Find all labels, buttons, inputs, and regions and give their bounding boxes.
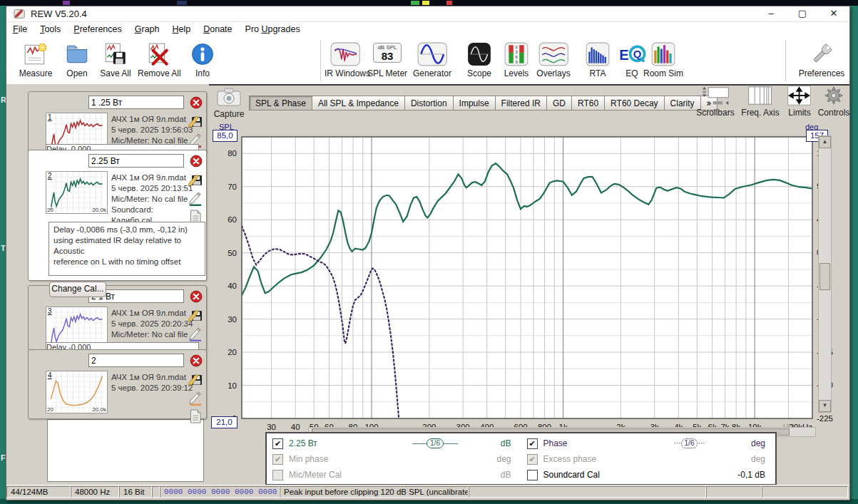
graph-button-controls[interactable]: Controls (815, 85, 852, 118)
toolbar-button-generator[interactable]: Generator (412, 41, 453, 78)
toolbar-button-scope[interactable]: Scope (459, 41, 500, 78)
save-measurement-icon[interactable] (188, 307, 203, 326)
toolbar-button-remove-all[interactable]: Remove All (138, 41, 179, 78)
toolbar-divider (785, 40, 786, 81)
graph-button-scrollbars[interactable]: Scrollbars (693, 85, 738, 118)
legend-checkbox-min-phase[interactable]: ✔ (272, 454, 283, 465)
graph-button-freq-axis[interactable]: Freq. Axis (738, 85, 782, 118)
legend-checkbox-soundcard-cal[interactable] (527, 470, 538, 480)
close-button[interactable]: ✕ (818, 6, 849, 21)
toolbar-button-open[interactable]: Open (56, 41, 98, 78)
delete-measurement-button[interactable] (190, 290, 203, 303)
taskbar-fragment (446, 1, 452, 5)
graph-tabs: SPL & PhaseAll SPL & ImpedanceDistortion… (249, 96, 717, 110)
measurement-thumbnail[interactable]: 22020,0k (46, 171, 108, 214)
toolbar-divider (320, 40, 321, 81)
toolbar-button-measure[interactable]: Measure (15, 41, 56, 78)
limits-icon (786, 96, 812, 108)
tab-impulse[interactable]: Impulse (453, 96, 496, 110)
measurement-number: 1 (48, 113, 52, 121)
measurement-name-input[interactable] (88, 154, 184, 168)
toolbar-button-overlays[interactable]: Overlays (533, 41, 574, 78)
thumb-axis-min: 20 (47, 406, 53, 413)
legend-row-soundcard-cal: Soundcard Cal-0,1 dB (521, 467, 776, 483)
menu-item-graph[interactable]: Graph (128, 22, 166, 34)
smoothing-badge[interactable]: 1/6 (427, 438, 444, 448)
scroll-down-icon[interactable]: ▼ (819, 400, 831, 412)
taskbar-fragment (411, 1, 419, 5)
measurement-actions (188, 172, 203, 227)
toolbar-button-info[interactable]: Info (182, 41, 223, 78)
toolbar-button-spl-meter[interactable]: dB SPL83SPL Meter (367, 41, 408, 78)
measurement-thumbnail[interactable]: 42020,0k (46, 371, 108, 413)
delete-measurement-button[interactable] (190, 354, 203, 367)
tab-gd[interactable]: GD (546, 96, 572, 110)
tab-spl-phase[interactable]: SPL & Phase (249, 96, 312, 110)
spl-meter-icon: dB SPL83 (367, 41, 408, 68)
measurement-number: 2 (48, 172, 52, 180)
legend-checkbox-2-25-вт[interactable]: ✔ (272, 438, 283, 449)
measurement-panel-1[interactable]: 12020,0kАЧХ 1м ОЯ 9л.mdat5 черв. 2025 19… (28, 91, 207, 153)
freq-axis-min-input[interactable]: 21,0 (211, 416, 238, 428)
scroll-up-icon[interactable]: ▲ (819, 136, 831, 148)
toolbar-button-levels[interactable]: 0369Levels (496, 41, 537, 78)
status-cell-4: 0000 0000 0000 0000 0000 0000 (160, 486, 280, 498)
capture-button[interactable]: Capture (213, 86, 245, 119)
desktop-text-fragment: T (1, 244, 6, 252)
svg-text:3: 3 (515, 50, 517, 54)
vertical-scroll-thumb[interactable] (819, 263, 830, 290)
toolbar-button-ir-windows[interactable]: IR Windows (325, 41, 366, 78)
delete-measurement-button[interactable] (190, 96, 203, 109)
tab-all-spl-impedance[interactable]: All SPL & Impedance (312, 96, 405, 110)
tab-rt60-decay[interactable]: RT60 Decay (604, 96, 664, 110)
title-bar[interactable]: REW V5.20.4 – ▢ ✕ (6, 6, 849, 22)
save-measurement-icon[interactable] (188, 113, 203, 132)
measurement-name-input[interactable] (88, 96, 184, 109)
toolbar-button-label: Measure (15, 68, 56, 78)
measurement-info-line: 5 черв. 2025 19:56:03 (111, 125, 195, 135)
measurement-panel-2[interactable]: 22020,0kАЧХ 1м ОЯ 9л.mdat5 черв. 2025 20… (28, 150, 207, 281)
tab-distortion[interactable]: Distortion (404, 96, 454, 110)
measurement-notes-box[interactable] (47, 419, 204, 482)
left-axis-max-input[interactable]: 85,0 (213, 130, 238, 142)
legend-checkbox-phase[interactable]: ✔ (527, 438, 538, 449)
tab-rt60[interactable]: RT60 (571, 96, 605, 110)
toolbar-button-preferences[interactable]: Preferences (797, 41, 847, 78)
scrollbars-icon (700, 96, 730, 108)
menu-item-preferences[interactable]: Preferences (67, 22, 128, 34)
svg-text:70: 70 (228, 182, 237, 191)
change-cal-button[interactable]: Change Cal... (49, 282, 106, 297)
graph-button-limits[interactable]: Limits (781, 85, 818, 118)
legend-checkbox-mic-meter-cal[interactable] (272, 470, 283, 480)
spl-phase-chart[interactable]: 8070605040302010013590450-45-90-135-180-… (209, 120, 849, 434)
menu-item-donate[interactable]: Donate (197, 22, 238, 34)
room-sim-icon (643, 41, 684, 68)
save-measurement-icon[interactable] (188, 172, 203, 190)
menu-item-help[interactable]: Help (166, 22, 198, 34)
toolbar-button-save-all[interactable]: Save All (95, 41, 136, 78)
menu-item-pro-upgrades[interactable]: Pro Upgrades (239, 22, 307, 34)
edit-trace-icon[interactable] (188, 190, 203, 209)
measurement-number: 4 (48, 371, 52, 379)
legend-row-2-25-вт: ✔2.25 Вт——1/6——dB (267, 436, 521, 451)
maximize-button[interactable]: ▢ (787, 6, 818, 21)
tab-filtered-ir[interactable]: Filtered IR (495, 96, 547, 110)
toolbar-button-room-sim[interactable]: Room Sim (643, 41, 684, 78)
smoothing-badge[interactable]: 1/6 (681, 438, 698, 448)
minimize-button[interactable]: – (755, 6, 787, 21)
measurement-name-input[interactable] (88, 354, 184, 367)
svg-text:40: 40 (228, 282, 237, 290)
notes-icon[interactable] (188, 408, 203, 427)
measurement-info-line: АЧХ 1м ОЯ 9л.mdat (111, 372, 195, 383)
legend-checkbox-excess-phase[interactable]: ✔ (527, 454, 538, 465)
chart-vertical-scrollbar[interactable]: ▲ ▼ (818, 135, 832, 413)
edit-trace-icon[interactable] (188, 390, 203, 408)
status-cell-8 (762, 486, 848, 498)
measurement-panel-4[interactable]: 42020,0kАЧХ 1м ОЯ 9л.mdat5 черв. 2025 20… (28, 349, 207, 419)
save-measurement-icon[interactable] (188, 371, 203, 390)
delete-measurement-button[interactable] (190, 155, 203, 168)
menu-item-tools[interactable]: Tools (34, 22, 67, 34)
menu-item-file[interactable]: File (6, 22, 34, 34)
measurements-panel: 12020,0kАЧХ 1м ОЯ 9л.mdat5 черв. 2025 19… (6, 84, 209, 485)
measurement-info-line: АЧХ 1м ОЯ 9л.mdat (111, 114, 195, 125)
